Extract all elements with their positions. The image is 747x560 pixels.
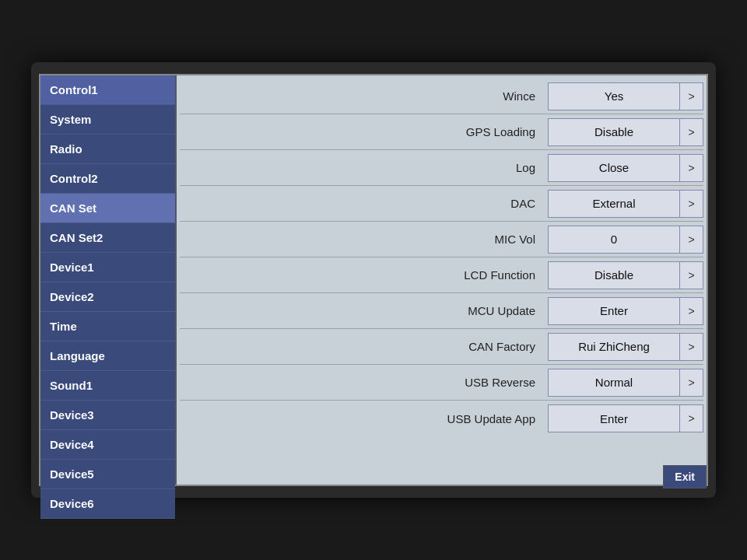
row-value: Normal: [549, 376, 679, 389]
row-chevron-icon[interactable]: >: [679, 191, 703, 217]
row-label: GPS Loading: [180, 125, 548, 138]
row-label: LCD Function: [180, 268, 548, 282]
row-label: MIC Vol: [180, 233, 548, 246]
row-value-container[interactable]: Enter>: [548, 297, 703, 325]
row-label: MCU Update: [180, 304, 548, 317]
row-value-container[interactable]: Disable>: [548, 261, 703, 289]
row-value-container[interactable]: Close>: [548, 154, 703, 182]
sidebar-item-device6[interactable]: Device6: [40, 489, 175, 519]
row-value: Disable: [549, 268, 679, 282]
row-value-container[interactable]: Yes>: [548, 82, 703, 110]
settings-row: LCD FunctionDisable>: [180, 257, 703, 293]
row-value: Enter: [549, 304, 679, 317]
settings-row: CAN FactoryRui ZhiCheng>: [180, 329, 703, 365]
sidebar-item-device3[interactable]: Device3: [40, 401, 175, 430]
row-value: 0: [549, 233, 679, 246]
row-value: Disable: [549, 125, 679, 138]
sidebar-item-system[interactable]: System: [40, 105, 175, 135]
row-label: Log: [180, 161, 548, 174]
row-value-container[interactable]: Disable>: [548, 118, 703, 146]
row-chevron-icon[interactable]: >: [679, 226, 703, 253]
settings-row: WinceYes>: [180, 79, 703, 114]
row-value: External: [549, 197, 679, 210]
sidebar-item-language[interactable]: Language: [40, 341, 175, 371]
sidebar-item-device1[interactable]: Device1: [40, 253, 175, 282]
sidebar-item-control2[interactable]: Control2: [40, 164, 175, 194]
row-value-container[interactable]: Enter>: [548, 404, 703, 432]
settings-row: MCU UpdateEnter>: [180, 293, 703, 329]
row-value-container[interactable]: Rui ZhiCheng>: [548, 333, 703, 361]
row-label: USB Reverse: [180, 376, 548, 389]
main-content: WinceYes>GPS LoadingDisable>LogClose>DAC…: [177, 75, 707, 485]
row-chevron-icon[interactable]: >: [679, 405, 703, 432]
row-value-container[interactable]: External>: [548, 190, 703, 218]
sidebar-item-can-set2[interactable]: CAN Set2: [40, 223, 175, 253]
settings-row: LogClose>: [180, 150, 703, 186]
row-chevron-icon[interactable]: >: [679, 83, 703, 110]
row-value-container[interactable]: Normal>: [548, 369, 703, 397]
row-value: Rui ZhiCheng: [549, 340, 679, 353]
row-chevron-icon[interactable]: >: [679, 369, 703, 396]
row-chevron-icon[interactable]: >: [679, 334, 703, 360]
sidebar-item-control1[interactable]: Control1: [40, 75, 175, 105]
settings-row: GPS LoadingDisable>: [180, 114, 703, 150]
row-chevron-icon[interactable]: >: [679, 262, 703, 289]
sidebar-item-radio[interactable]: Radio: [40, 135, 175, 164]
row-value-container[interactable]: 0>: [548, 226, 703, 254]
row-value: Close: [549, 161, 679, 174]
settings-row: MIC Vol0>: [180, 222, 703, 257]
sidebar-item-device4[interactable]: Device4: [40, 430, 175, 460]
sidebar-item-sound1[interactable]: Sound1: [40, 371, 175, 401]
sidebar-item-time[interactable]: Time: [40, 312, 175, 341]
settings-table: WinceYes>GPS LoadingDisable>LogClose>DAC…: [180, 79, 703, 481]
row-label: DAC: [180, 197, 548, 210]
sidebar: Control1SystemRadioControl2CAN SetCAN Se…: [40, 75, 177, 485]
row-chevron-icon[interactable]: >: [679, 298, 703, 324]
sidebar-item-device5[interactable]: Device5: [40, 460, 175, 489]
row-label: USB Update App: [180, 412, 548, 425]
sidebar-item-can-set[interactable]: CAN Set: [40, 194, 175, 223]
row-chevron-icon[interactable]: >: [679, 119, 703, 145]
row-value: Enter: [549, 412, 679, 425]
row-label: CAN Factory: [180, 340, 548, 353]
settings-row: USB ReverseNormal>: [180, 365, 703, 401]
row-chevron-icon[interactable]: >: [679, 155, 703, 181]
settings-row: USB Update AppEnter>: [180, 401, 703, 436]
exit-button[interactable]: Exit: [663, 465, 707, 488]
sidebar-item-device2[interactable]: Device2: [40, 282, 175, 312]
row-label: Wince: [180, 89, 548, 103]
row-value: Yes: [549, 89, 679, 103]
settings-row: DACExternal>: [180, 186, 703, 222]
